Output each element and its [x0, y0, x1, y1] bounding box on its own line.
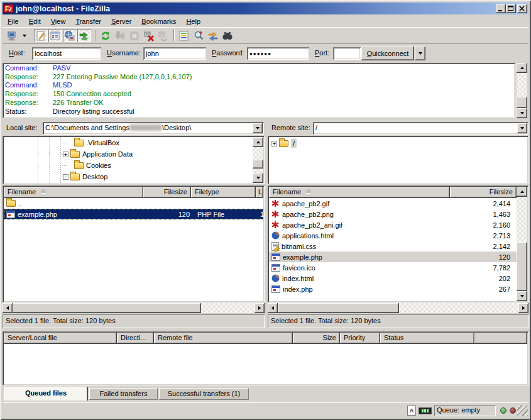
toggle-local-tree-button[interactable]	[48, 29, 62, 42]
scroll-up-button[interactable]	[517, 63, 527, 73]
remote-site-combo[interactable]: /	[313, 122, 528, 135]
column-header-remote-file[interactable]: Remote file	[154, 333, 293, 344]
remote-file-list[interactable]: Filename Filesize apache_pb2.gif 2,414 a…	[268, 185, 528, 302]
speed-limit-icon[interactable]	[419, 407, 432, 414]
log-scrollbar[interactable]	[517, 63, 527, 118]
port-input[interactable]	[333, 47, 361, 60]
column-header-priority[interactable]: Priority	[340, 333, 380, 344]
expand-plus-icon[interactable]: +	[63, 152, 68, 157]
scrollbar-thumb[interactable]	[517, 242, 527, 291]
remote-tree[interactable]: + /	[268, 136, 528, 184]
site-manager-button[interactable]	[6, 29, 19, 42]
local-site-dropdown[interactable]	[253, 123, 263, 133]
menu-file[interactable]: File	[3, 16, 24, 26]
column-header-filesize[interactable]: Filesize	[450, 187, 517, 198]
scrollbar-thumb[interactable]	[13, 303, 201, 313]
menu-edit[interactable]: Edit	[24, 16, 46, 26]
local-tree-scrollbar[interactable]	[253, 137, 263, 183]
minimize-button[interactable]	[496, 4, 506, 13]
message-log[interactable]: Command:PASV Response:227 Entering Passi…	[3, 63, 515, 118]
tree-item-virtualbox[interactable]: .VirtualBox	[60, 137, 119, 148]
file-row[interactable]: index.html 202	[269, 273, 517, 284]
data-type-icon[interactable]: A	[407, 406, 416, 416]
remote-list-scrollbar[interactable]	[517, 187, 527, 301]
file-row[interactable]: apache_pb2.gif 2,414	[269, 198, 517, 209]
file-row[interactable]: favicon.ico 7,782	[269, 262, 517, 273]
local-file-list[interactable]: Filename Filesize Filetype L .. example.…	[3, 185, 265, 302]
file-row-selected[interactable]: example.php 120	[269, 251, 517, 262]
tree-item-application-data[interactable]: + Application Data	[60, 148, 133, 160]
transfer-queue[interactable]: Server/Local file Directi... Remote file…	[3, 331, 528, 385]
directory-filters-button[interactable]	[177, 29, 191, 42]
column-header-filetype[interactable]: Filetype	[191, 187, 256, 198]
column-header-server-local-file[interactable]: Server/Local file	[4, 333, 117, 344]
tab-queued-files[interactable]: Queued files	[4, 387, 88, 401]
column-header-filename[interactable]: Filename	[4, 187, 143, 198]
reconnect-button[interactable]	[156, 29, 170, 42]
close-icon	[517, 4, 527, 13]
tab-successful-transfers[interactable]: Successful transfers (1)	[159, 388, 249, 400]
column-header-status[interactable]: Status	[380, 333, 474, 344]
toggle-remote-tree-button[interactable]	[63, 29, 77, 42]
scroll-left-button[interactable]	[3, 303, 13, 313]
local-list-hscrollbar[interactable]	[3, 303, 265, 313]
compare-directories-button[interactable]	[192, 29, 205, 42]
username-input[interactable]	[143, 47, 206, 60]
scrollbar-thumb[interactable]	[253, 160, 263, 169]
scroll-up-button[interactable]	[517, 187, 527, 197]
tree-item-root[interactable]: + /	[271, 138, 297, 149]
close-button[interactable]	[517, 4, 527, 13]
scrollbar-thumb[interactable]	[278, 303, 399, 313]
file-size: 120	[451, 253, 510, 261]
collapse-minus-icon[interactable]: -	[63, 174, 68, 180]
disconnect-button[interactable]	[142, 29, 156, 42]
site-manager-dropdown[interactable]	[20, 29, 28, 42]
file-row[interactable]: applications.html 2,713	[269, 230, 517, 241]
column-header-filesize[interactable]: Filesize	[143, 187, 191, 198]
scroll-down-button[interactable]	[517, 291, 527, 301]
scroll-down-button[interactable]	[517, 108, 527, 118]
column-header-lastmodified[interactable]: L	[256, 187, 263, 198]
scroll-down-button[interactable]	[253, 173, 263, 183]
file-row[interactable]: index.php 267	[269, 284, 517, 294]
expand-plus-icon[interactable]: +	[271, 141, 277, 146]
menu-bookmarks[interactable]: Bookmarks	[136, 16, 181, 26]
column-header-size[interactable]: Size	[293, 333, 340, 344]
process-queue-button[interactable]	[113, 29, 127, 42]
scroll-left-button[interactable]	[268, 303, 278, 313]
file-row-example-php[interactable]: example.php 120 PHP File 1	[4, 209, 263, 219]
menu-server[interactable]: Server	[106, 16, 136, 26]
scroll-right-button[interactable]	[518, 303, 528, 313]
password-input[interactable]	[247, 47, 309, 60]
file-row-parent-dir[interactable]: ..	[4, 198, 263, 209]
menu-transfer[interactable]: Transfer	[70, 16, 106, 26]
scrollbar-thumb[interactable]	[517, 97, 527, 108]
tree-item-cookies[interactable]: Cookies	[60, 160, 111, 171]
scroll-up-button[interactable]	[253, 137, 263, 147]
column-header-direction[interactable]: Directi...	[117, 333, 154, 344]
file-row[interactable]: bitnami.css 2,142	[269, 241, 517, 251]
local-site-combo[interactable]: C:\Documents and Settings\Desktop\	[43, 122, 264, 135]
menu-help[interactable]: Help	[181, 16, 205, 26]
toggle-message-log-button[interactable]	[34, 29, 48, 42]
quickconnect-button[interactable]: Quickconnect	[361, 47, 414, 60]
refresh-button[interactable]	[99, 29, 112, 42]
scroll-right-button[interactable]	[255, 303, 265, 313]
toggle-queue-button[interactable]	[77, 29, 91, 42]
remote-list-hscrollbar[interactable]	[268, 303, 528, 313]
synchronized-browsing-button[interactable]	[206, 29, 220, 42]
file-row[interactable]: apache_pb2.png 1,463	[269, 209, 517, 219]
tree-item-desktop[interactable]: - Desktop	[60, 171, 107, 182]
host-input[interactable]	[32, 47, 101, 60]
remote-site-dropdown[interactable]	[517, 123, 527, 133]
column-header-filename[interactable]: Filename	[269, 187, 450, 198]
menu-view[interactable]: View	[46, 16, 71, 26]
local-tree[interactable]: .VirtualBox + Application Data Cookies -…	[3, 136, 265, 184]
file-row[interactable]: apache_pb2_ani.gif 2,160	[269, 219, 517, 230]
maximize-button[interactable]	[506, 4, 516, 13]
find-files-button[interactable]	[221, 29, 234, 42]
resize-grip[interactable]	[517, 406, 528, 416]
tab-failed-transfers[interactable]: Failed transfers	[89, 388, 158, 400]
cancel-button[interactable]	[128, 29, 141, 42]
quickconnect-dropdown[interactable]	[415, 47, 425, 60]
